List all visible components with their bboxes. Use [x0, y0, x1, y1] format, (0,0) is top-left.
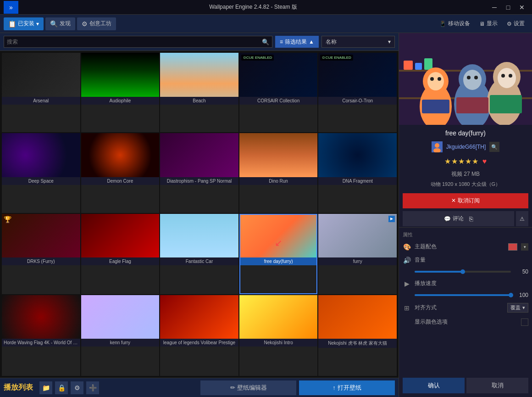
speed-value: 100 [515, 292, 528, 298]
grid-item-bg-kenn [81, 295, 160, 339]
grid-item-deepspace[interactable]: Deep Space [2, 133, 80, 212]
grid-item-dna[interactable]: DNA Fragment [318, 133, 397, 212]
grid-item-thumb-corsair: ⊙CUE ENABLED [239, 53, 318, 97]
grid-item-thumb-demoncore [81, 133, 160, 177]
svg-point-9 [430, 77, 434, 81]
align-select[interactable]: 覆盖 ▾ [507, 303, 528, 313]
speed-slider[interactable] [415, 294, 511, 296]
unsubscribe-button[interactable]: ✕ 取消订阅 [403, 193, 528, 208]
grid-item-freeday[interactable]: ↙free day(furry) [239, 214, 318, 294]
window-title: Wallpaper Engine 2.4.82 - Steam 版 [18, 3, 488, 11]
svg-rect-23 [490, 95, 522, 113]
grid-item-label-league: league of legends Volibear Prestige [160, 339, 238, 347]
grid-item-furry[interactable]: ▶furry [318, 214, 397, 294]
nav-mobile[interactable]: 📱 移动设备 [436, 17, 474, 30]
sort-select[interactable]: 名称 ▾ [321, 36, 395, 48]
svg-rect-22 [456, 97, 488, 113]
cue-badge: ⊙CUE ENABLED [241, 55, 274, 61]
grid-item-kenn[interactable]: kenn furry [81, 295, 160, 376]
grid-item-eagle[interactable]: Eagle Flag [81, 214, 160, 294]
rating-stars: ★★★★★ [444, 157, 479, 166]
grid-item-bg-corsair: ⊙CUE ENABLED [239, 53, 318, 97]
grid-item-bg-audiophile [81, 53, 160, 97]
confirm-button[interactable]: 确认 [403, 378, 465, 393]
grid-item-bg-eagle [81, 214, 160, 258]
detail-action-row: 确认 取消 [399, 374, 532, 397]
selected-arrow: ↙ [275, 237, 283, 248]
volume-row: 🔊 音量 [399, 253, 532, 267]
playlist-folder-button[interactable]: 📁 [39, 381, 52, 394]
grid-item-label-freeday: free day(furry) [240, 257, 317, 265]
grid-item-audiophile[interactable]: Audiophile [81, 53, 160, 132]
color-swatch[interactable] [508, 243, 517, 251]
grid-item-nekojishi[interactable]: Nekojishi Intro [239, 295, 318, 376]
editor-button[interactable]: ✏ 壁纸编辑器 [200, 380, 296, 395]
sort-arrow-icon: ▾ [388, 39, 391, 45]
nav-discover[interactable]: 🔍 发现 [45, 17, 75, 30]
nav-settings[interactable]: ⚙ 设置 [503, 17, 528, 30]
grid-item-horde[interactable]: Horde Waving Flag 4K - World Of Warcraft [2, 295, 80, 376]
grid-item-label-drks: DRKS (Furry) [2, 257, 80, 265]
comment-button[interactable]: 💬 评论 ⎘ [403, 211, 514, 226]
installed-icon: 📋 [8, 20, 16, 28]
grid-item-bg-deepspace [2, 133, 80, 177]
grid-item-label-nekojishi: Nekojishi Intro [239, 339, 318, 347]
grid-item-bg-furry: ▶ [318, 214, 397, 258]
volume-slider[interactable] [415, 271, 511, 273]
playlist-lock-button[interactable]: 🔒 [55, 381, 68, 394]
grid-item-arsenal[interactable]: Arsenal [2, 53, 80, 132]
grid-item-demoncore[interactable]: Demon Core [81, 133, 160, 212]
filter-button[interactable]: ≡ 筛选结果 ▲ [275, 36, 319, 48]
skip-button[interactable]: » [4, 1, 18, 14]
wallpaper-grid: ArsenalAudiophileBeach⊙CUE ENABLEDCORSAI… [0, 51, 399, 378]
minimize-button[interactable]: ─ [488, 1, 501, 14]
tags-info: 动物 1920 x 1080 大众级（G） [399, 180, 532, 191]
speed-row: ▶ 播放速度 [399, 277, 532, 290]
color-dropdown-button[interactable]: ▾ [521, 243, 528, 251]
grid-item-label-dino: Dino Run [239, 177, 318, 185]
grid-item-beach[interactable]: Beach [160, 53, 238, 132]
search-input[interactable] [7, 39, 262, 45]
grid-item-label-corsairo: Corsair-O-Tron [318, 97, 397, 105]
nav-display[interactable]: 🖥 显示 [476, 17, 501, 30]
playlist-add-button[interactable]: ➕ [86, 381, 99, 394]
grid-item-label-arsenal: Arsenal [2, 97, 80, 105]
author-search-button[interactable]: 🔍 [489, 142, 499, 152]
grid-item-diastrophism[interactable]: Diastrophism - Pang SP Normal [160, 133, 238, 212]
grid-item-drks[interactable]: 🏆DRKS (Furry) [2, 214, 80, 294]
close-button[interactable]: ✕ [515, 1, 528, 14]
cancel-button[interactable]: 取消 [466, 378, 528, 393]
play-badge: ▶ [388, 216, 395, 222]
grid-item-corsair[interactable]: ⊙CUE ENABLEDCORSAIR Collection [239, 53, 318, 132]
grid-item-thumb-fantastic [160, 214, 238, 258]
settings-icon: ⚙ [507, 21, 512, 27]
grid-item-league[interactable]: league of legends Volibear Prestige [160, 295, 238, 376]
grid-item-label-corsair: CORSAIR Collection [239, 97, 318, 105]
report-button[interactable]: ⚠ [516, 211, 528, 226]
volume-icon: 🔊 [403, 257, 411, 264]
furry-preview-art [399, 33, 532, 125]
open-wallpaper-button[interactable]: ↑ 打开壁纸 [299, 380, 395, 395]
grid-item-fantastic[interactable]: Fantastic Car [160, 214, 238, 294]
top-nav: 📋 已安装 ▾ 🔍 发现 ⚙ 创意工坊 📱 移动设备 🖥 显示 ⚙ 设置 [0, 15, 532, 33]
grid-item-corsairo[interactable]: ⊙CUE ENABLEDCorsair-O-Tron [318, 53, 397, 132]
author-name[interactable]: JkguideG66[TH] [446, 144, 486, 150]
grid-item-dino[interactable]: Dino Run [239, 133, 318, 212]
grid-item-nekojishi2[interactable]: Nekojishi 虎爷 林虎 家有大猫 [318, 295, 397, 376]
align-row: ⊞ 对齐方式 覆盖 ▾ [399, 300, 532, 315]
volume-value: 50 [515, 268, 528, 275]
copy-icon: ⎘ [469, 215, 473, 223]
favorite-button[interactable]: ♥ [482, 157, 487, 166]
search-input-wrap[interactable]: 🔍 [4, 36, 272, 48]
nav-workshop[interactable]: ⚙ 创意工坊 [77, 17, 116, 30]
maximize-button[interactable]: □ [502, 1, 515, 14]
playlist-gear-button[interactable]: ⚙ [71, 381, 83, 394]
grid-item-bg-freeday: ↙ [240, 215, 317, 257]
palette-icon: 🎨 [403, 243, 411, 251]
preview-image [399, 33, 532, 125]
svg-point-25 [435, 143, 439, 148]
speed-slider-row: 100 [399, 290, 532, 300]
grid-item-thumb-diastrophism [160, 133, 238, 177]
color-options-checkbox[interactable] [521, 319, 528, 326]
nav-installed[interactable]: 📋 已安装 ▾ [4, 17, 44, 30]
